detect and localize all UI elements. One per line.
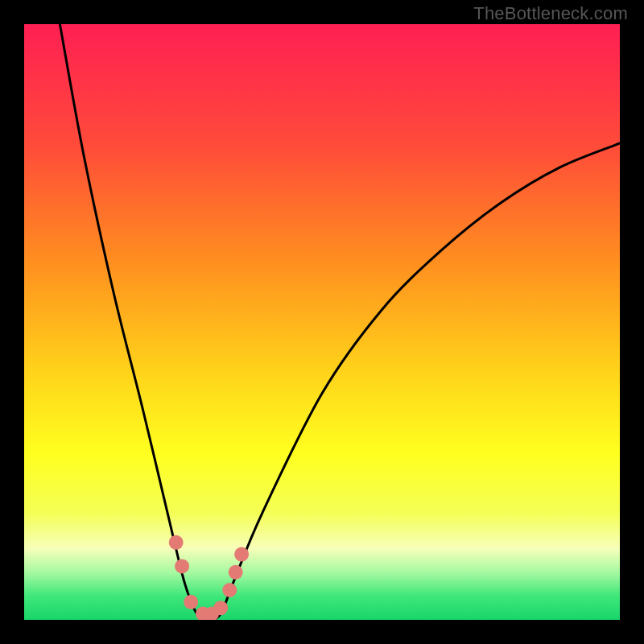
bottleneck-curve — [60, 24, 620, 620]
marker-point — [222, 583, 237, 597]
marker-point — [169, 535, 184, 550]
highlighted-points — [169, 535, 249, 620]
marker-point — [213, 601, 228, 615]
plot-area — [24, 24, 620, 620]
marker-point — [175, 559, 189, 573]
marker-point — [229, 565, 243, 580]
chart-frame: TheBottleneck.com — [0, 0, 644, 644]
curve-layer — [24, 24, 620, 620]
watermark-text: TheBottleneck.com — [473, 3, 628, 24]
marker-point — [184, 595, 198, 609]
marker-point — [234, 547, 249, 562]
